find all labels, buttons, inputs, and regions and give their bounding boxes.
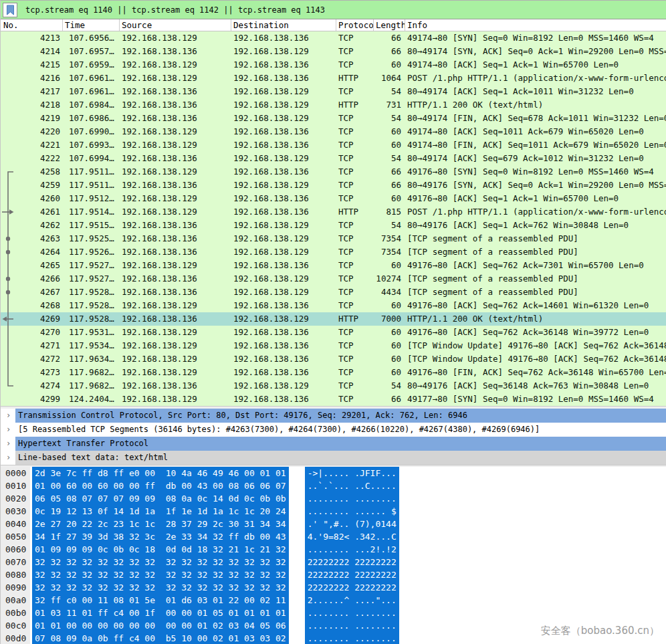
- packet-source: 192.168.138.129: [120, 259, 231, 272]
- packet-row[interactable]: 4261 117.9514… 192.168.138.129 192.168.1…: [1, 205, 666, 219]
- packet-length: 7000: [374, 312, 405, 326]
- packet-row[interactable]: 4266 117.9527… 192.168.138.136 192.168.1…: [1, 272, 666, 286]
- hex-bytes[interactable]: 2e 27 20 22 2c 23 1c 1c 28 37 29 2c 30 3…: [32, 518, 289, 530]
- packet-row[interactable]: 4268 117.9528… 192.168.138.129 192.168.1…: [1, 299, 666, 312]
- packet-row[interactable]: 4258 117.9511… 192.168.138.129 192.168.1…: [1, 165, 666, 179]
- detail-row[interactable]: [5 Reassembled TCP Segments (36146 bytes…: [1, 423, 666, 437]
- packet-length: 7354: [374, 245, 405, 259]
- hex-ascii[interactable]: 4.'9=82< .342...C: [305, 530, 399, 543]
- hex-ascii[interactable]: ........ ........: [305, 632, 399, 644]
- packet-row[interactable]: 4264 117.9526… 192.168.138.136 192.168.1…: [1, 245, 666, 259]
- column-header-destination[interactable]: Destination: [231, 19, 336, 31]
- hex-bytes[interactable]: 0c 19 12 13 0f 14 1d 1a 1f 1e 1d 1a 1c 1…: [32, 505, 289, 518]
- packet-length: 66: [374, 393, 405, 406]
- column-header-info[interactable]: Info: [405, 19, 666, 31]
- hex-bytes[interactable]: 32 32 32 32 32 32 32 32 32 32 32 32 32 3…: [32, 568, 289, 581]
- hex-ascii[interactable]: ........ ........: [305, 492, 399, 505]
- column-header-source[interactable]: Source: [120, 19, 231, 31]
- hex-ascii[interactable]: 22222222 22222222: [305, 581, 399, 594]
- hex-ascii[interactable]: 22222222 22222222: [305, 556, 399, 568]
- related-packet-marker-icon: [1, 299, 17, 312]
- hex-offset: 0040: [1, 518, 30, 530]
- packet-row[interactable]: 4214 107.6957… 192.168.138.136 192.168.1…: [1, 45, 666, 58]
- hex-ascii[interactable]: ........ ...... $: [305, 505, 399, 518]
- packet-row[interactable]: 4274 117.9682… 192.168.138.136 192.168.1…: [1, 379, 666, 393]
- packet-row[interactable]: 4263 117.9525… 192.168.138.136 192.168.1…: [1, 232, 666, 245]
- packet-row[interactable]: 4219 107.6986… 192.168.138.136 192.168.1…: [1, 112, 666, 125]
- packet-destination: 192.168.138.136: [231, 352, 336, 366]
- packet-destination: 192.168.138.136: [231, 165, 336, 179]
- hex-ascii[interactable]: .' ",#.. (7),0144: [305, 518, 399, 530]
- packet-info: [TCP segment of a reassembled PDU]: [405, 232, 666, 245]
- packet-row[interactable]: 4271 117.9534… 192.168.138.129 192.168.1…: [1, 339, 666, 352]
- hex-ascii[interactable]: ->|..... .JFIF...: [305, 467, 399, 479]
- related-packet-marker-icon: [1, 72, 17, 85]
- packet-row[interactable]: 4270 117.9531… 192.168.138.129 192.168.1…: [1, 326, 666, 339]
- column-header-protocol[interactable]: Protocol: [336, 19, 374, 31]
- packet-row[interactable]: 4213 107.6956… 192.168.138.129 192.168.1…: [1, 31, 666, 45]
- packet-row[interactable]: 4216 107.6961… 192.168.138.129 192.168.1…: [1, 72, 666, 85]
- packet-row[interactable]: 4221 107.6993… 192.168.138.129 192.168.1…: [1, 138, 666, 152]
- related-packet-marker-icon: [1, 179, 17, 192]
- expander-chevron-icon[interactable]: [1, 451, 15, 465]
- related-packet-marker-icon: [1, 112, 17, 125]
- hex-bytes[interactable]: 32 32 32 32 32 32 32 32 32 32 32 32 32 3…: [32, 556, 289, 568]
- hex-bytes[interactable]: 01 00 60 00 60 00 00 ff db 00 43 00 08 0…: [32, 479, 289, 492]
- hex-offset: 00d0: [1, 632, 30, 644]
- packet-row[interactable]: 4218 107.6984… 192.168.138.136 192.168.1…: [1, 98, 666, 112]
- packet-length: 731: [374, 98, 405, 112]
- hex-bytes[interactable]: 01 01 00 00 00 00 00 00 00 00 01 02 03 0…: [32, 619, 289, 632]
- packet-length: 66: [374, 45, 405, 58]
- hex-ascii[interactable]: 22222222 22222222: [305, 568, 399, 581]
- hex-bytes[interactable]: 32 ff c0 00 11 08 01 5e 01 d6 03 01 22 0…: [32, 594, 289, 607]
- detail-row[interactable]: Hypertext Transfer Protocol: [1, 437, 666, 451]
- detail-row[interactable]: Transmission Control Protocol, Src Port:…: [1, 409, 666, 423]
- hex-bytes[interactable]: 07 08 09 0a 0b ff c4 00 b5 10 00 02 01 0…: [32, 632, 289, 644]
- hex-bytes[interactable]: 01 09 09 09 0c 0b 0c 18 0d 0d 18 32 21 1…: [32, 543, 289, 556]
- hex-ascii[interactable]: ..`.`... ..C.....: [305, 479, 399, 492]
- packet-protocol: TCP: [336, 286, 374, 299]
- display-filter-input[interactable]: tcp.stream eq 1140 || tcp.stream eq 1142…: [19, 1, 666, 19]
- packet-row[interactable]: 4299 124.2404… 192.168.138.129 192.168.1…: [1, 393, 666, 406]
- packet-row[interactable]: 4265 117.9527… 192.168.138.129 192.168.1…: [1, 259, 666, 272]
- packet-row[interactable]: 4222 107.6994… 192.168.138.136 192.168.1…: [1, 152, 666, 165]
- packet-row[interactable]: 4217 107.6961… 192.168.138.136 192.168.1…: [1, 85, 666, 98]
- hex-bytes[interactable]: 2d 3e 7c ff d8 ff e0 00 10 4a 46 49 46 0…: [32, 467, 289, 479]
- packet-destination: 192.168.138.129: [231, 85, 336, 98]
- column-header-no[interactable]: No.: [1, 19, 63, 31]
- filter-bookmark-button[interactable]: [3, 3, 17, 17]
- packet-row[interactable]: 4269 117.9528… 192.168.138.136 192.168.1…: [1, 312, 666, 326]
- hex-ascii[interactable]: ........ ........: [305, 619, 399, 632]
- hex-bytes[interactable]: 32 32 32 32 32 32 32 32 32 32 32 32 32 3…: [32, 581, 289, 594]
- expander-chevron-icon[interactable]: [1, 409, 15, 423]
- packet-row[interactable]: 4260 117.9512… 192.168.138.129 192.168.1…: [1, 192, 666, 205]
- column-header-time[interactable]: Time: [63, 19, 120, 31]
- hex-bytes[interactable]: 01 03 11 01 ff c4 00 1f 00 00 01 05 01 0…: [32, 607, 289, 619]
- packet-row[interactable]: 4259 117.9511… 192.168.138.136 192.168.1…: [1, 179, 666, 192]
- packet-row[interactable]: 4267 117.9528… 192.168.138.136 192.168.1…: [1, 286, 666, 299]
- packet-row[interactable]: 4273 117.9682… 192.168.138.129 192.168.1…: [1, 366, 666, 379]
- packet-source: 192.168.138.129: [120, 299, 231, 312]
- packet-row[interactable]: 4262 117.9515… 192.168.138.136 192.168.1…: [1, 219, 666, 232]
- hex-ascii[interactable]: ........ ........: [305, 607, 399, 619]
- hex-ascii[interactable]: 2......^ ...."...: [305, 594, 399, 607]
- detail-row[interactable]: Line-based text data: text/html: [1, 451, 666, 465]
- expander-chevron-icon[interactable]: [1, 437, 15, 451]
- related-packet-marker-icon: [1, 326, 17, 339]
- packet-row[interactable]: 4272 117.9634… 192.168.138.129 192.168.1…: [1, 352, 666, 366]
- related-packet-marker-icon: [1, 152, 17, 165]
- column-header-length[interactable]: Length: [374, 19, 405, 31]
- packet-row[interactable]: 4215 107.6959… 192.168.138.129 192.168.1…: [1, 58, 666, 72]
- packet-length: 54: [374, 152, 405, 165]
- packet-protocol: TCP: [336, 179, 374, 192]
- expander-chevron-icon[interactable]: [1, 423, 15, 437]
- hex-offset: 00a0: [1, 594, 30, 607]
- packet-row[interactable]: 4220 107.6990… 192.168.138.129 192.168.1…: [1, 125, 666, 138]
- hex-bytes[interactable]: 34 1f 27 39 3d 38 32 3c 2e 33 34 32 ff d…: [32, 530, 289, 543]
- wireshark-window: tcp.stream eq 1140 || tcp.stream eq 1142…: [0, 0, 666, 644]
- packet-info: POST /1.php HTTP/1.1 (application/x-www-…: [405, 205, 666, 219]
- packet-source: 192.168.138.136: [120, 272, 231, 286]
- hex-ascii[interactable]: ........ ...2!.!2: [305, 543, 399, 556]
- hex-bytes[interactable]: 06 05 08 07 07 07 09 09 08 0a 0c 14 0d 0…: [32, 492, 289, 505]
- packet-protocol: TCP: [336, 112, 374, 125]
